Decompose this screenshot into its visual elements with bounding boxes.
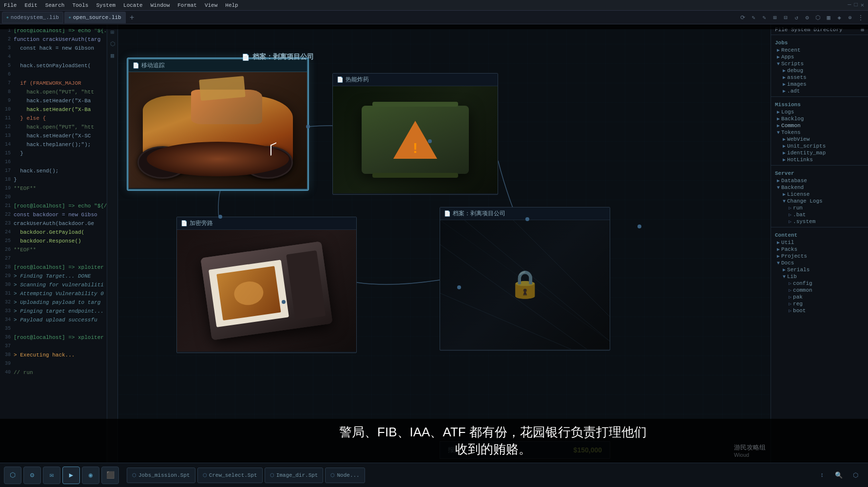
fs-item-run[interactable]: ▷run [771,205,868,211]
card-locked[interactable]: 📄 档案：剥离项目公司 🔒 [440,207,610,351]
menu-item-system[interactable]: System [96,2,116,8]
side-icon-2[interactable]: ⬡ [109,40,116,48]
fs-item-database[interactable]: ▶Database [771,177,868,184]
node-dot-4 [282,300,286,304]
toolbar-icon-1[interactable]: ⟳ [738,13,747,22]
watermark-sub: Wioud [734,452,766,458]
fs-item-util[interactable]: ▶Util [771,239,868,246]
taskbar-icon-play[interactable]: ▶ [62,467,80,484]
menu-item-file[interactable]: File [4,2,17,8]
side-icon-3[interactable]: ▦ [109,52,116,59]
taskbar-app-node[interactable]: ⬡ Node... [325,468,365,483]
taskbar-app-node-icon: ⬡ [330,472,335,478]
taskbar-right-icon-search[interactable]: 🔍 [832,468,846,482]
menu-item-search[interactable]: Search [45,2,65,8]
menu-item-view[interactable]: View [205,2,217,8]
archive-title: 档案：剥离项目公司 [252,53,314,61]
code-editor[interactable]: 1[root@localhost] => echo "${...2functio… [0,24,107,379]
locked-art: 🔒 [440,220,610,349]
code-line: 32> Uploading payload to targ [0,298,107,307]
fs-item-boot[interactable]: ▷boot [771,307,868,314]
taskbar-app-jobs[interactable]: ⬡ Jobs_mission.Spt [127,468,195,483]
fs-item-apps[interactable]: ▶Apps [771,54,868,60]
fs-item-system[interactable]: ▷.system [771,218,868,225]
taskbar-right-icon-resize[interactable]: ↕ [815,468,829,482]
maximize-icon[interactable]: □ [854,1,858,9]
menu-item-format[interactable]: Format [177,2,197,8]
code-line: 4 [0,53,107,61]
fs-item-common-lib[interactable]: ▷common [771,287,868,294]
code-line: 29> Finding Target... DONE [0,272,107,281]
taskbar-app-image[interactable]: ⬡ Image_dir.Spt [265,468,324,483]
fs-item-projects[interactable]: ▶Projects [771,253,868,260]
card-thermo-image: ! [333,86,498,193]
menu-item-locate[interactable]: Locate [123,2,143,8]
fs-item-adt[interactable]: ▶.adt [771,88,868,94]
fs-item-assets[interactable]: ▶assets [771,74,868,81]
menu-item-edit[interactable]: Edit [24,2,37,8]
toolbar-icon-3[interactable]: ✎ [760,13,769,22]
menu-item-tools[interactable]: Tools [72,2,88,8]
taskbar-icon-terminal[interactable]: ⬛ [101,467,119,484]
toolbar-icon-2[interactable]: ✎ [749,13,758,22]
fs-item-license[interactable]: ▶License [771,191,868,198]
fs-item-bat[interactable]: ▷.bat [771,211,868,218]
fs-item-recent[interactable]: ▶Recent [771,47,868,54]
fs-item-images[interactable]: ▶images [771,81,868,88]
toolbar-icon-11[interactable]: ⊕ [846,13,854,22]
toolbar-icon-5[interactable]: ⊟ [781,13,790,22]
toolbar-icon-6[interactable]: ↺ [792,13,801,22]
close-icon[interactable]: ✕ [861,1,864,9]
tab-add-button[interactable]: + [127,12,137,23]
fs-item-config[interactable]: ▷config [771,280,868,287]
fs-item-hotlinks[interactable]: ▶HotLinks [771,156,868,163]
fs-item-backlog[interactable]: ▶Backlog [771,115,868,122]
side-icon-1[interactable]: ⊞ [109,28,116,36]
fs-item-backend[interactable]: ▼Backend [771,184,868,191]
code-line: 18} [0,175,107,184]
menu-item-window[interactable]: Window [151,2,170,8]
taskbar-right: ↕ 🔍 ⬡ [810,468,868,482]
subtitle-line-1: 警局、FIB、IAA、ATF 都有份，花园银行负责打理他们 [118,424,868,441]
watermark: 游民攻略组 Wioud [734,443,766,458]
fs-item-packs[interactable]: ▶Packs [771,246,868,253]
fs-item-webview[interactable]: ▶WebView [771,136,868,143]
tab-opensource[interactable]: ◆ open_source.lib [64,12,126,23]
menu-item-help[interactable]: Help [225,2,238,8]
card-crypto[interactable]: 📄 加密旁路 [176,217,357,353]
fs-item-tokens[interactable]: ▼Tokens [771,129,868,136]
taskbar-icon-mail[interactable]: ✉ [43,467,60,484]
taskbar-icon-record[interactable]: ◉ [82,467,99,484]
minimize-icon[interactable]: ─ [848,1,851,9]
menu-bar: File Edit Search Tools System Locate Win… [0,0,868,11]
card-thermo-icon: 📄 [337,76,344,83]
card-mobile-tracking[interactable]: 📄 移动追踪 [128,58,308,190]
fs-item-changelogs[interactable]: ▼Change Logs [771,198,868,205]
code-line: 23crackUserAuth(backdoor.Ge [0,219,107,228]
toolbar-icon-9[interactable]: ▦ [824,13,833,22]
taskbar-icon-home[interactable]: ⬡ [4,467,21,484]
fs-item-unit-scripts[interactable]: ▶Unit_scripts [771,143,868,150]
taskbar-icon-settings[interactable]: ⚙ [23,467,41,484]
fs-item-reg[interactable]: ▷reg [771,300,868,307]
fs-item-debug[interactable]: ▶debug [771,67,868,74]
toolbar-icon-10[interactable]: ◈ [835,13,844,22]
tab-nodesystem[interactable]: ◆ nodesystem_.lib [2,12,63,23]
code-line: 27 [0,254,107,263]
toolbar-icon-4[interactable]: ⊞ [771,13,779,22]
toolbar-icon-8[interactable]: ⬡ [813,13,822,22]
fs-item-common[interactable]: ▶Common [771,122,868,129]
fs-item-identity-map[interactable]: ▶identity_map [771,150,868,156]
toolbar-icon-7[interactable]: ⚙ [803,13,811,22]
code-line: 8 hack.open("PUT", "htt [0,88,107,96]
card-thermo[interactable]: 📄 热能炸药 ! [332,73,498,195]
fs-item-logs[interactable]: ▶Logs [771,109,868,115]
fs-item-docs[interactable]: ▼Docs [771,260,868,266]
taskbar-right-icon-grid[interactable]: ⬡ [849,468,862,482]
toolbar-icon-12[interactable]: ⋮ [856,13,865,22]
fs-item-lib[interactable]: ▼Lib [771,273,868,280]
fs-item-scripts[interactable]: ▼Scripts [771,60,868,67]
taskbar-app-crew[interactable]: ⬡ Crew_select.Spt [197,468,263,483]
fs-item-pak[interactable]: ▷pak [771,294,868,300]
fs-item-serials[interactable]: ▶Serials [771,266,868,273]
